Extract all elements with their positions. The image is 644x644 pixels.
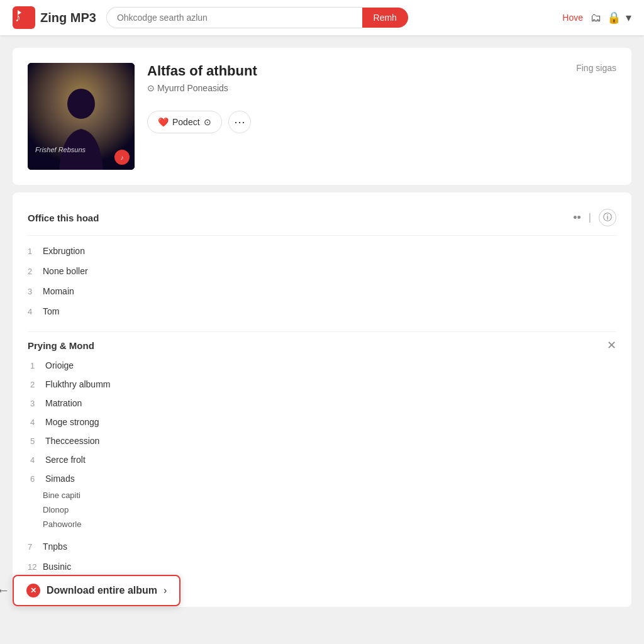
- track-item[interactable]: 7 Tnpbs: [28, 536, 616, 557]
- album-info: Altfas of athbunt ⊙ Myurrd Poneasids Fin…: [147, 63, 616, 133]
- section2: Prying & Mond ✕ 1 Orioige 2 Flukthry alb…: [28, 331, 616, 531]
- section1-header-right: •• | ⓘ: [573, 209, 616, 226]
- header: ♪ Zing MP3 Remh Hove 🗂 🔒 ▾: [0, 0, 644, 35]
- album-artist: ⊙ Myurrd Poneasids: [147, 83, 257, 93]
- search-bar: Remh: [106, 7, 408, 28]
- search-button[interactable]: Remh: [362, 8, 408, 28]
- logo-text: Zing MP3: [40, 11, 96, 25]
- search-input[interactable]: [106, 7, 362, 28]
- track-item[interactable]: 4 Moge strongg: [30, 413, 616, 431]
- download-label: Download entire album: [47, 585, 157, 596]
- album-actions: ❤️ Podect ⊙ ⋯: [147, 111, 616, 133]
- section1-title: Office this hoad: [28, 213, 99, 223]
- favorite-button[interactable]: ❤️ Podect ⊙: [147, 111, 222, 133]
- album-top: Frishef Rebsuns ♪ Altfas of athbunt ⊙ My…: [28, 63, 616, 170]
- more-button[interactable]: ⋯: [228, 111, 251, 133]
- lock-icon[interactable]: 🔒: [607, 11, 621, 25]
- logo: ♪ Zing MP3: [13, 6, 96, 29]
- main-content: Frishef Rebsuns ♪ Altfas of athbunt ⊙ My…: [0, 35, 644, 619]
- briefcase-icon[interactable]: 🗂: [591, 11, 602, 25]
- check-icon: ⊙: [204, 117, 211, 127]
- track-item[interactable]: 3 Matration: [30, 394, 616, 413]
- track-item[interactable]: 2 Flukthry albumm: [30, 375, 616, 394]
- track-item[interactable]: 12 Businic: [28, 557, 616, 577]
- dots-icon[interactable]: ••: [573, 211, 581, 225]
- sub-item[interactable]: Dlonop: [43, 502, 616, 517]
- download-chevron-icon: ›: [164, 585, 167, 596]
- album-cover-badge: ♪: [114, 150, 130, 165]
- tracklist-card: Office this hoad •• | ⓘ 1 Exbrugtion 2 N…: [13, 192, 631, 607]
- sub-item[interactable]: Pahoworle: [43, 517, 616, 531]
- album-meta: Fing sigas: [576, 63, 616, 73]
- section1-tracks: 1 Exbrugtion 2 None boller 3 Momain 4 To…: [28, 241, 616, 321]
- logo-icon: ♪: [13, 6, 35, 29]
- svg-point-4: [67, 89, 95, 119]
- info-button[interactable]: ⓘ: [599, 209, 616, 226]
- album-title: Altfas of athbunt: [147, 63, 257, 79]
- track-item[interactable]: 1 Exbrugtion: [28, 241, 616, 261]
- track-item[interactable]: 3 Momain: [28, 281, 616, 301]
- sub-item[interactable]: Bine capiti: [43, 488, 616, 502]
- track-item[interactable]: 4 Tom: [28, 301, 616, 321]
- track-item[interactable]: 1 Orioige: [30, 356, 616, 375]
- artist-icon: ⊙: [147, 83, 155, 93]
- track-item[interactable]: 4 Serce frolt: [30, 450, 616, 469]
- album-cover-text: Frishef Rebsuns: [35, 145, 86, 155]
- track-item[interactable]: 6 Simads: [30, 469, 616, 488]
- album-cover: Frishef Rebsuns ♪: [28, 63, 135, 170]
- album-card: Frishef Rebsuns ♪ Altfas of athbunt ⊙ My…: [13, 48, 631, 185]
- track-item[interactable]: 2 None boller: [28, 261, 616, 281]
- section2-header: Prying & Mond ✕: [28, 340, 616, 351]
- section1-header: Office this hoad •• | ⓘ: [28, 203, 616, 236]
- chevron-down-icon[interactable]: ▾: [626, 11, 631, 25]
- section2-tracks: 1 Orioige 2 Flukthry albumm 3 Matration …: [28, 356, 616, 531]
- close-button[interactable]: ✕: [607, 340, 616, 351]
- header-nav-link[interactable]: Hove: [562, 13, 583, 23]
- download-close-icon: ✕: [26, 584, 40, 597]
- download-banner[interactable]: ← ✕ Download entire album ›: [13, 575, 180, 606]
- section2-title: Prying & Mond: [28, 340, 94, 351]
- track-item[interactable]: 5 Thecceession: [30, 431, 616, 450]
- header-icons: 🗂 🔒 ▾: [591, 11, 631, 25]
- banner-arrow-icon: ←: [0, 582, 10, 599]
- heart-icon: ❤️: [158, 117, 169, 127]
- sub-items: Bine capiti Dlonop Pahoworle: [30, 488, 616, 531]
- header-right: Hove 🗂 🔒 ▾: [562, 11, 631, 25]
